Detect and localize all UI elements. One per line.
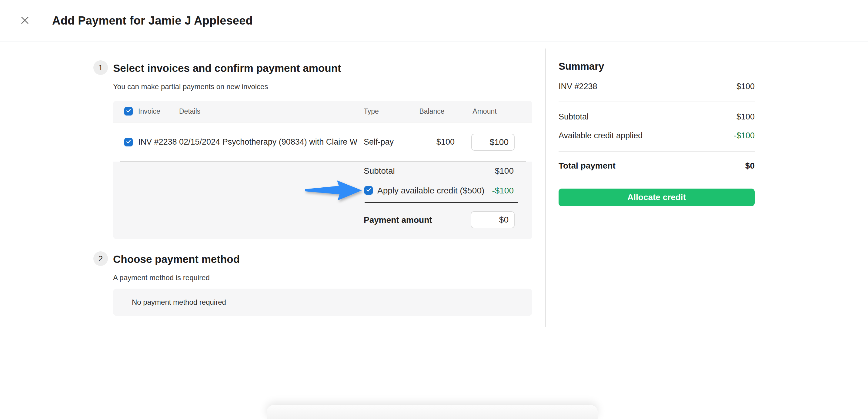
- summary-subtotal-label: Subtotal: [559, 112, 589, 122]
- summary-subtotal-row: Subtotal $100: [559, 112, 755, 122]
- apply-credit-checkbox[interactable]: [364, 186, 373, 194]
- invoice-details: 02/15/2024 Psychotherapy (90834) with Cl…: [179, 137, 364, 147]
- step2-title: Choose payment method: [113, 253, 240, 265]
- checkbox-check-icon: [125, 107, 131, 116]
- summary-credit-value: -$100: [734, 131, 755, 140]
- payment-amount-label: Payment amount: [364, 215, 432, 225]
- summary-total-row: Total payment $0: [559, 161, 755, 171]
- annotation-arrow-icon: [305, 180, 363, 201]
- step2-subtitle: A payment method is required: [113, 273, 210, 282]
- col-header-invoice: Invoice: [138, 107, 179, 116]
- summary-total-value: $0: [745, 161, 755, 171]
- summary-subtotal-value: $100: [737, 112, 755, 122]
- invoice-table: Invoice Details Type Balance Amount INV …: [113, 101, 532, 239]
- invoice-row-checkbox[interactable]: [124, 138, 133, 146]
- summary-invoice-label: INV #2238: [559, 82, 597, 91]
- payment-method-panel: No payment method required: [113, 289, 532, 316]
- close-icon: [20, 15, 30, 27]
- summary-credit-label: Available credit applied: [559, 131, 643, 140]
- add-payment-modal: Add Payment for Jamie J Appleseed 1 Sele…: [0, 0, 868, 419]
- no-payment-method-text: No payment method required: [132, 298, 226, 306]
- step1-badge: 1: [93, 60, 108, 75]
- invoice-amount-input[interactable]: [471, 134, 515, 151]
- invoice-balance: $100: [409, 137, 455, 147]
- summary-credit-row: Available credit applied -$100: [559, 131, 755, 140]
- subtotal-divider: [120, 161, 526, 162]
- col-header-details: Details: [179, 107, 364, 116]
- checkbox-check-icon: [125, 137, 131, 147]
- col-header-balance: Balance: [409, 107, 455, 116]
- apply-credit-label[interactable]: Apply available credit ($500): [377, 186, 484, 196]
- payment-amount-input[interactable]: [471, 211, 515, 228]
- step2-badge: 2: [93, 251, 108, 266]
- allocate-credit-button[interactable]: Allocate credit: [559, 188, 755, 206]
- col-header-type: Type: [364, 107, 409, 116]
- summary-invoice-row: INV #2238 $100: [559, 82, 755, 91]
- checkbox-check-icon: [366, 187, 372, 194]
- col-header-amount: Amount: [455, 107, 515, 116]
- invoice-type: Self-pay: [364, 137, 409, 147]
- summary-divider: [559, 151, 755, 152]
- modal-header: Add Payment for Jamie J Appleseed: [0, 0, 868, 42]
- step1-title: Select invoices and confirm payment amou…: [113, 62, 341, 74]
- summary-title: Summary: [559, 61, 604, 72]
- invoice-number: INV #2238: [138, 137, 179, 147]
- table-header-row: Invoice Details Type Balance Amount: [113, 101, 532, 122]
- invoice-row: INV #2238 02/15/2024 Psychotherapy (9083…: [113, 122, 532, 161]
- subtotal-label: Subtotal: [364, 166, 395, 176]
- payment-divider: [365, 202, 518, 203]
- vertical-divider: [545, 49, 546, 327]
- apply-credit-value: -$100: [492, 186, 514, 196]
- background-sheet: [267, 405, 598, 419]
- page-title: Add Payment for Jamie J Appleseed: [52, 0, 253, 41]
- summary-invoice-value: $100: [737, 82, 755, 91]
- summary-divider: [559, 101, 755, 102]
- select-all-checkbox[interactable]: [124, 107, 133, 116]
- close-button[interactable]: [18, 13, 32, 28]
- subtotal-value: $100: [495, 166, 514, 176]
- summary-total-label: Total payment: [559, 161, 616, 171]
- step1-subtitle: You can make partial payments on new inv…: [113, 83, 268, 91]
